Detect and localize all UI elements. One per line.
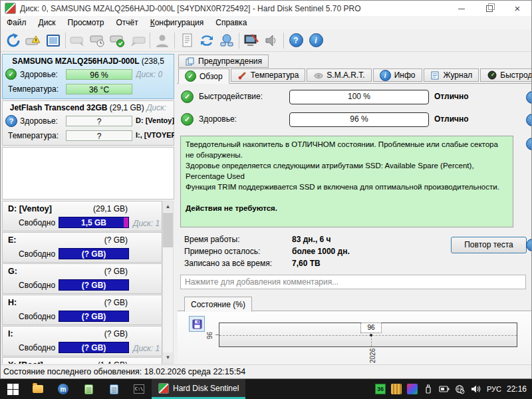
battery-icon[interactable] [439,384,450,394]
sync-icon[interactable] [197,31,217,50]
scroll-thumb[interactable] [163,213,173,247]
scroll-up-icon[interactable]: ▲ [163,201,173,212]
network-icon[interactable] [217,31,237,50]
disk-panel-samsung[interactable]: SAMSUNG MZALQ256HAJD-000L (238,5 ✓ Здоро… [2,54,174,99]
minimize-button[interactable] [448,1,475,16]
menu-configuration[interactable]: Конфигурация [144,17,210,29]
smart-icon [313,70,323,80]
disk-remove-icon[interactable] [68,31,88,50]
stat-row: Записано за всё время: 7,60 TB [184,259,272,270]
volume-row-g[interactable]: G: (? GB) Свободно (? GB) [2,263,162,294]
check-icon: ✓ [5,68,17,80]
toolbar: ? i [1,29,531,52]
chart-tab[interactable]: Состояние (%) [184,297,252,312]
health-label: Здоровье: [20,116,58,126]
sound-icon[interactable] [261,31,281,50]
refresh-icon[interactable] [3,31,23,50]
health-row: ✓ Здоровье: 96 % Отлично [181,112,527,127]
report-icon[interactable] [177,31,197,50]
volume-row-x[interactable]: X: [Boot] (1,4 GB) [2,357,162,364]
health-bar: 96 % [289,112,429,127]
screen: Диск: 0, SAMSUNG MZALQ256HAJD-000L [S4YD… [0,0,532,399]
tab-info[interactable]: i Инфо [373,68,422,82]
toolbar-separator [65,33,66,49]
disk-undo-icon[interactable] [128,31,148,50]
notepad-green-button[interactable] [76,379,101,399]
disk-title: JetFlash Transcend 32GB (29,1 GB) Диск: [3,101,174,114]
disk-clock-icon[interactable] [88,31,108,50]
disk-panel-jetflash[interactable]: JetFlash Transcend 32GB (29,1 GB) Диск: … [2,100,174,146]
notepad-green-icon [84,384,93,394]
save-floppy-icon [192,319,202,329]
notepad-blue-button[interactable] [101,379,126,399]
info-edge-icon[interactable]: i [526,114,532,126]
clock[interactable]: 22:16 [507,384,527,394]
help-icon[interactable]: ? [286,31,306,50]
free-space-bar: 1,5 GB [59,217,129,228]
check-icon: ✓ [185,70,196,82]
volume-row-i[interactable]: I: (? GB) Свободно (? GB) Диск: 1 [2,326,162,356]
check-icon: ✓ [181,90,194,103]
health-bar: ? [66,116,132,126]
m-app-icon: m [58,384,68,394]
start-button[interactable] [0,379,25,399]
menu-view[interactable]: Просмотр [62,17,110,29]
disk-surface-icon[interactable] [43,31,63,50]
tab-warnings[interactable]: Предупреждения [178,55,269,68]
taskbar-app-hds[interactable]: Hard Disk Sentinel [152,379,245,399]
tab-overview[interactable]: ✓ Обзор [178,68,229,84]
tab-log[interactable]: Журнал [424,68,479,82]
comment-input[interactable] [180,275,526,289]
toolbar-separator [150,33,150,49]
info-edge-icon[interactable]: i [526,138,532,150]
volume-row-e[interactable]: E: (? GB) Свободно (? GB) [2,232,162,263]
orange-app-icon[interactable] [391,384,402,394]
gradient-app-icon[interactable] [407,384,418,394]
usb-icon[interactable] [423,384,434,394]
menu-report[interactable]: Отчёт [110,17,144,29]
disk-warning-icon[interactable] [23,31,43,50]
chart-panel: 96 96 2026 [178,311,531,365]
m-app-button[interactable]: m [51,379,76,399]
scroll-down-icon[interactable]: ▼ [163,352,173,363]
hds-app-icon [158,383,169,394]
pages-icon [185,57,195,66]
chart-plot: 96 [219,323,517,347]
volume-row-d[interactable]: D: [Ventoy] (29,1 GB) Свободно 1,5 GB Ди… [2,201,162,231]
stat-row: Время работы: 83 дн., 6 ч [184,235,240,246]
tab-temperature[interactable]: Температура [231,68,306,82]
language-indicator[interactable]: РУС [487,385,501,393]
no-internet-icon[interactable] [455,384,466,394]
cmd-button[interactable]: C:\ [126,379,152,399]
menu-help[interactable]: Справка [209,17,253,29]
info-icon[interactable]: i [306,31,326,50]
restore-button[interactable] [475,1,503,16]
hds-temp-tray-icon[interactable]: 36 [375,384,386,394]
health-label: Здоровье: [199,114,237,124]
disk-accept-icon[interactable] [108,31,128,50]
retest-button[interactable]: Повтор теста [451,237,527,253]
action-text: Действия не требуются. [186,203,508,213]
volume-scrollbar[interactable]: ▲ ▼ [162,201,174,364]
menu-file[interactable]: Файл [1,17,33,29]
test-monitor-icon[interactable] [241,31,261,50]
toolbar-separator [174,33,175,49]
info-edge-icon[interactable]: i [526,91,532,104]
volume-icon[interactable] [471,384,481,394]
close-button[interactable]: × [503,1,531,16]
tab-smart[interactable]: S.M.A.R.T. [307,68,371,82]
thermometer-icon [237,70,247,80]
menu-disk[interactable]: Диск [33,17,62,29]
tab-performance[interactable]: Быстродействие [480,68,532,82]
info-edge-icon[interactable]: i [526,239,532,251]
taskbar-app-label: Hard Disk Sentinel [173,384,239,393]
restore-icon [486,5,493,12]
description-line: Здоровье определяется следующими атрибут… [186,160,508,182]
description-line: Твердотельный накопитель в ОТЛИЧНОМ сост… [186,139,508,160]
x-axis-tick: 2026 [369,346,378,363]
explorer-button[interactable] [25,379,51,399]
save-chart-button[interactable] [189,316,205,332]
app-window: Диск: 0, SAMSUNG MZALQ256HAJD-000L [S4YD… [0,0,532,379]
user-icon[interactable] [152,31,172,50]
volume-row-h[interactable]: H: (? GB) Свободно (? GB) [2,295,162,325]
